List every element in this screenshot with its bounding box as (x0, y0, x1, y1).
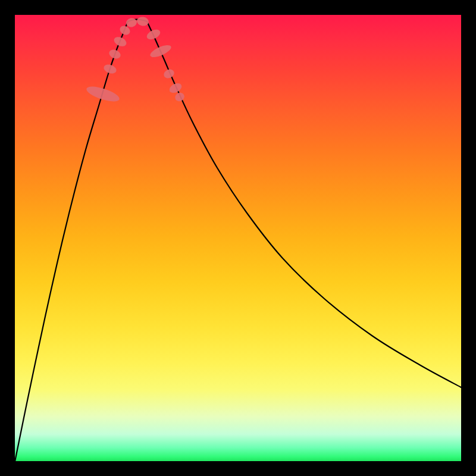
chart-frame (0, 0, 476, 476)
